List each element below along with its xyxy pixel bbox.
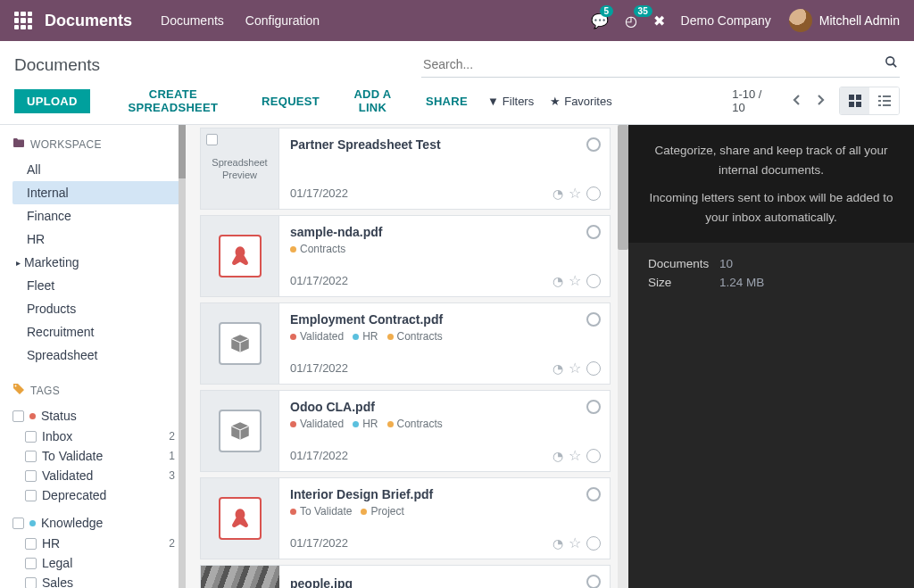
tag-group-head[interactable]: Status [12,405,182,427]
card-actions: ◔☆ [553,360,601,377]
checkbox-icon[interactable] [25,470,37,482]
upload-button[interactable]: UPLOAD [14,89,90,113]
select-radio[interactable] [586,137,601,152]
info-doc-count: 10 [719,257,733,270]
workspace-item[interactable]: ▸Marketing [12,251,182,274]
activity-icon[interactable] [586,186,601,201]
select-checkbox[interactable] [206,134,218,145]
checkbox-icon[interactable] [25,577,37,589]
document-card[interactable]: Employment Contract.pdfValidatedHRContra… [200,302,611,385]
tag-item[interactable]: To Validate1 [12,446,182,466]
select-radio[interactable] [586,225,601,239]
clock-icon[interactable]: ◔ [553,536,563,551]
favorite-star[interactable]: ☆ [569,360,581,377]
document-card[interactable]: Interior Design Brief.pdfTo ValidateProj… [200,477,611,559]
search-icon[interactable] [885,55,898,71]
activity-icon[interactable] [586,536,601,551]
workspace-item[interactable]: Fleet [12,274,182,297]
svg-rect-2 [849,95,854,100]
thumbnail[interactable]: SpreadsheetPreview [201,128,279,209]
document-card[interactable]: Odoo CLA.pdfValidatedHRContracts01/17/20… [200,390,611,472]
nav-configuration[interactable]: Configuration [245,13,320,28]
debug-icon[interactable]: ✖ [653,12,665,29]
card-body: Employment Contract.pdfValidatedHRContra… [279,303,610,384]
pager-prev[interactable] [785,90,809,112]
activity-icon[interactable] [586,449,601,463]
user-menu[interactable]: Mitchell Admin [789,9,900,32]
tag-item[interactable]: Sales [12,573,182,588]
nav-documents[interactable]: Documents [161,13,224,28]
favorite-star[interactable]: ☆ [569,185,581,202]
list-view-button[interactable] [869,87,899,114]
clock-icon[interactable]: ◔ [553,449,563,463]
tag-item[interactable]: Inbox2 [12,427,182,446]
checkbox-icon[interactable] [25,538,37,550]
tag-item[interactable]: HR2 [12,534,182,553]
svg-rect-3 [856,95,861,100]
document-card[interactable]: people.jpg [200,565,611,588]
caret-icon: ▸ [16,258,21,268]
top-nav: Documents Documents Configuration 💬 5 ◴ … [0,0,914,41]
activity-icon[interactable] [586,274,601,288]
workspace-item[interactable]: Recruitment [12,320,182,344]
checkbox-icon[interactable] [12,410,24,422]
checkbox-icon[interactable] [25,451,37,462]
tag-group-head[interactable]: Knowledge [12,512,182,534]
tag-pill: HR [353,330,378,343]
search-input[interactable] [421,52,900,78]
select-radio[interactable] [586,312,601,327]
document-scrollbar[interactable] [618,125,628,588]
share-button[interactable]: SHARE [426,95,468,108]
thumbnail[interactable] [201,391,279,471]
add-link-button[interactable]: ADD A LINK [339,87,406,114]
tag-item[interactable]: Deprecated [12,485,182,505]
create-spreadsheet-button[interactable]: CREATE SPREADSHEET [104,87,242,114]
tag-item[interactable]: Validated3 [12,466,182,485]
messaging-icon[interactable]: 💬 5 [591,12,609,29]
favorite-star[interactable]: ☆ [569,534,581,551]
document-card[interactable]: SpreadsheetPreviewPartner Spreadsheet Te… [200,128,611,210]
workspace-item[interactable]: Products [12,297,182,320]
checkbox-icon[interactable] [12,518,24,529]
thumbnail[interactable] [201,478,279,559]
clock-icon[interactable]: ◔ [553,274,563,288]
tag-item[interactable]: Legal [12,553,182,573]
favorites-menu[interactable]: ★ Favorites [550,95,611,108]
svg-rect-9 [883,100,891,102]
kanban-view-button[interactable] [840,87,869,114]
apps-icon[interactable] [14,12,32,29]
workspace-item[interactable]: Spreadsheet [12,344,182,367]
svg-rect-8 [878,100,881,102]
company-switcher[interactable]: Demo Company [681,13,771,28]
svg-point-0 [886,57,894,65]
workspace-item[interactable]: HR [12,228,182,251]
select-radio[interactable] [586,400,601,414]
filters-menu[interactable]: ▼ Filters [487,95,534,108]
request-button[interactable]: REQUEST [262,95,320,108]
checkbox-icon[interactable] [25,431,37,443]
activity-icon[interactable] [586,361,601,376]
select-radio[interactable] [586,487,601,501]
thumbnail[interactable] [201,566,279,588]
workspace-item[interactable]: All [12,158,182,181]
card-actions: ◔☆ [553,447,601,464]
clock-icon[interactable]: ◔ [553,361,563,376]
clock-icon[interactable]: ◔ [553,186,563,201]
document-card[interactable]: sample-nda.pdfContracts01/17/2022◔☆ [200,215,611,297]
checkbox-icon[interactable] [25,490,37,501]
workspace-item[interactable]: Internal [12,181,182,204]
dot-icon [353,421,359,427]
dot-icon [29,520,36,526]
favorite-star[interactable]: ☆ [569,272,581,289]
pager[interactable]: 1-10 / 10 [732,87,777,114]
favorite-star[interactable]: ☆ [569,447,581,464]
workspace-item[interactable]: Finance [12,204,182,228]
thumbnail[interactable] [201,303,279,384]
pager-next[interactable] [809,90,832,112]
sidebar-scrollbar[interactable] [179,125,186,588]
thumbnail[interactable] [201,216,279,296]
document-title: Odoo CLA.pdf [290,400,599,414]
activities-icon[interactable]: ◴ 35 [625,12,637,29]
checkbox-icon[interactable] [25,558,37,569]
select-radio[interactable] [586,575,601,588]
